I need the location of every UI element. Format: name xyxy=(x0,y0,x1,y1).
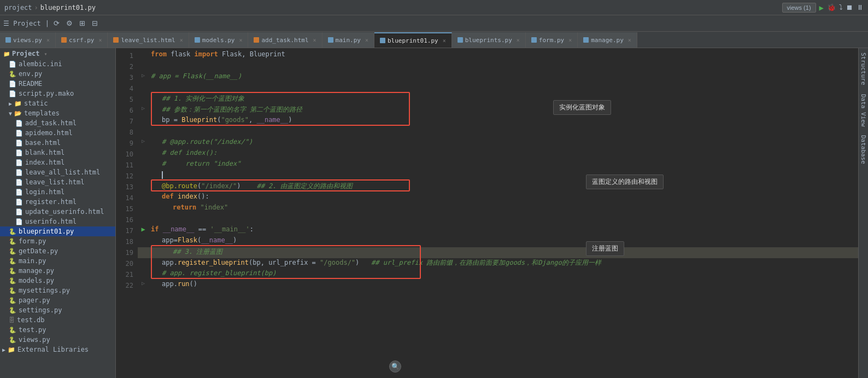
sidebar-label-main-py: main.py xyxy=(19,257,46,265)
close-leave[interactable]: × xyxy=(180,37,183,43)
step-icon[interactable]: ⤵ xyxy=(839,3,843,11)
sidebar-item-form-py[interactable]: 🐍 form.py xyxy=(0,236,115,246)
code-line-18: app=Flask(__name__) xyxy=(138,236,858,247)
top-bar: project › blueprint01.py views (1) ▶ 🐞 ⤵… xyxy=(0,0,868,15)
close-blueprints[interactable]: × xyxy=(517,37,520,43)
structure-tab[interactable]: Structure xyxy=(859,48,868,90)
code-text-3: # app = Flask(__name__) xyxy=(149,72,242,80)
sidebar-item-static[interactable]: ▶ 📁 static xyxy=(0,98,115,108)
sidebar-item-apidemo[interactable]: 📄 apidemo.html xyxy=(0,128,115,138)
sidebar-item-base-html[interactable]: 📄 base.html xyxy=(0,138,115,148)
expand-btn[interactable]: ⊞ xyxy=(77,18,87,28)
data-view-tab[interactable]: Data View xyxy=(859,90,868,131)
tab-icon-views xyxy=(5,37,11,43)
collapse-btn[interactable]: ⊟ xyxy=(90,18,100,28)
sync-btn[interactable]: ⟳ xyxy=(51,18,62,28)
run-button[interactable]: ▶ xyxy=(819,3,824,12)
tab-icon-csrf xyxy=(61,37,67,43)
tab-manage[interactable]: manage.py × xyxy=(578,32,637,48)
file-icon-views-py: 🐍 xyxy=(9,336,16,344)
sidebar-item-env[interactable]: 🐍 env.py xyxy=(0,69,115,79)
sidebar-item-external-libs[interactable]: ▶ 📁 External Libraries xyxy=(0,345,115,354)
file-icon-alembic: 📄 xyxy=(9,61,16,68)
code-line-10: # def index(): xyxy=(138,149,858,160)
sidebar-label-base-html: base.html xyxy=(25,139,61,147)
sidebar-item-settings-py[interactable]: 🐍 settings.py xyxy=(0,305,115,315)
sidebar-label-readme: README xyxy=(19,80,42,88)
sidebar-item-register-html[interactable]: 📄 register.html xyxy=(0,197,115,207)
sidebar-item-getdate[interactable]: 🐍 getDate.py xyxy=(0,246,115,256)
sidebar-item-test-py[interactable]: 🐍 test.py xyxy=(0,325,115,335)
tab-icon-main xyxy=(328,37,333,43)
sidebar-item-script[interactable]: 📄 script.py.mako xyxy=(0,89,115,98)
tab-add-task[interactable]: add_task.html × xyxy=(248,32,322,48)
search-icon[interactable]: 🔍 xyxy=(389,360,401,373)
sidebar-item-add-task-html[interactable]: 📄 add_task.html xyxy=(0,118,115,128)
static-folder-icon: 📁 xyxy=(14,100,22,107)
sidebar-label-external-libs: External Libraries xyxy=(17,346,89,353)
close-views[interactable]: × xyxy=(46,37,50,43)
sidebar-item-update-userinfo[interactable]: 📄 update_userinfo.html xyxy=(0,207,115,217)
sidebar-item-blank-html[interactable]: 📄 blank.html xyxy=(0,148,115,158)
sidebar-item-pager[interactable]: 🐍 pager.py xyxy=(0,295,115,305)
close-blueprint01[interactable]: × xyxy=(443,38,446,44)
tab-label-models: models.py xyxy=(202,37,235,44)
sidebar-label-userinfo-html: userinfo.html xyxy=(25,218,77,225)
tab-csrf-py[interactable]: csrf.py × xyxy=(56,32,108,48)
sidebar-item-login-html[interactable]: 📄 login.html xyxy=(0,187,115,197)
tab-models[interactable]: models.py × xyxy=(189,32,249,48)
top-bar-right: views (1) ▶ 🐞 ⤵ ⏹ ⏸ xyxy=(782,3,864,13)
sidebar-item-mysettings[interactable]: 🐍 mysettings.py xyxy=(0,286,115,295)
close-form[interactable]: × xyxy=(568,37,572,43)
sidebar-label-add-task-html: add_task.html xyxy=(25,119,77,127)
sidebar-item-leave-all[interactable]: 📄 leave_all_list.html xyxy=(0,167,115,177)
sidebar-item-userinfo-html[interactable]: 📄 userinfo.html xyxy=(0,217,115,226)
close-main[interactable]: × xyxy=(365,37,368,43)
sidebar-item-readme[interactable]: 📄 README xyxy=(0,79,115,89)
sidebar-label-models-py: models.py xyxy=(19,277,54,284)
sidebar-label-getdate: getDate.py xyxy=(19,247,58,255)
tab-blueprints[interactable]: blueprints.py × xyxy=(452,32,526,48)
sidebar-item-blueprint01-py[interactable]: 🐍 blueprint01.py xyxy=(0,226,115,236)
tab-views-py[interactable]: views.py × xyxy=(0,32,56,48)
database-tab[interactable]: Database xyxy=(859,131,868,168)
sidebar-label-apidemo: apidemo.html xyxy=(25,129,73,137)
sidebar-label-alembic: alembic.ini xyxy=(19,60,62,68)
sidebar-item-index-html[interactable]: 📄 index.html xyxy=(0,158,115,167)
sidebar-item-manage-py[interactable]: 🐍 manage.py xyxy=(0,266,115,276)
file-icon-manage-py: 🐍 xyxy=(9,267,16,275)
sidebar-project-header[interactable]: 📁 Project ▾ xyxy=(0,48,115,59)
tab-icon-models xyxy=(195,37,200,43)
code-text-12 xyxy=(149,171,163,179)
sidebar-label-blueprint01-py: blueprint01.py xyxy=(19,228,74,235)
code-line-7: bp = Blueprint("goods", __name__) xyxy=(138,116,858,127)
sidebar-label-register-html: register.html xyxy=(25,198,77,206)
pause-icon[interactable]: ⏸ xyxy=(857,3,864,11)
project-collapse-icon: 📁 xyxy=(3,51,10,57)
file-icon-blank-html: 📄 xyxy=(15,149,23,156)
settings-btn[interactable]: ⚙ xyxy=(64,18,75,28)
tab-main[interactable]: main.py × xyxy=(322,32,374,48)
file-icon-mysettings: 🐍 xyxy=(9,287,16,294)
tab-form[interactable]: form.py × xyxy=(526,32,578,48)
code-line-2 xyxy=(138,61,858,72)
stop-icon[interactable]: ⏹ xyxy=(846,3,853,11)
close-csrf[interactable]: × xyxy=(98,37,102,43)
sidebar-item-leave-list-html[interactable]: 📄 leave_list.html xyxy=(0,177,115,187)
sidebar-project-label: Project xyxy=(12,50,40,57)
tab-blueprint01[interactable]: blueprint01.py × xyxy=(374,32,452,48)
views-button[interactable]: views (1) xyxy=(782,3,816,13)
sidebar-item-templates[interactable]: ▼ 📂 templates xyxy=(0,108,115,118)
close-models[interactable]: × xyxy=(239,37,242,43)
sidebar-item-views-py[interactable]: 🐍 views.py xyxy=(0,335,115,345)
sidebar-item-test-db[interactable]: 🗄 test.db xyxy=(0,315,115,325)
sidebar-item-alembic[interactable]: 📄 alembic.ini xyxy=(0,59,115,69)
debug-icon[interactable]: 🐞 xyxy=(827,3,836,11)
tab-leave-list[interactable]: leave_list.html × xyxy=(108,32,189,48)
sidebar-label-update-userinfo: update_userinfo.html xyxy=(25,208,104,216)
sidebar-item-main-py[interactable]: 🐍 main.py xyxy=(0,256,115,266)
sidebar-item-models-py[interactable]: 🐍 models.py xyxy=(0,276,115,286)
close-manage[interactable]: × xyxy=(628,37,631,43)
close-add-task[interactable]: × xyxy=(313,37,316,43)
code-editor[interactable]: 12345 678910 1112131415 1617181920 2122 … xyxy=(116,48,858,378)
